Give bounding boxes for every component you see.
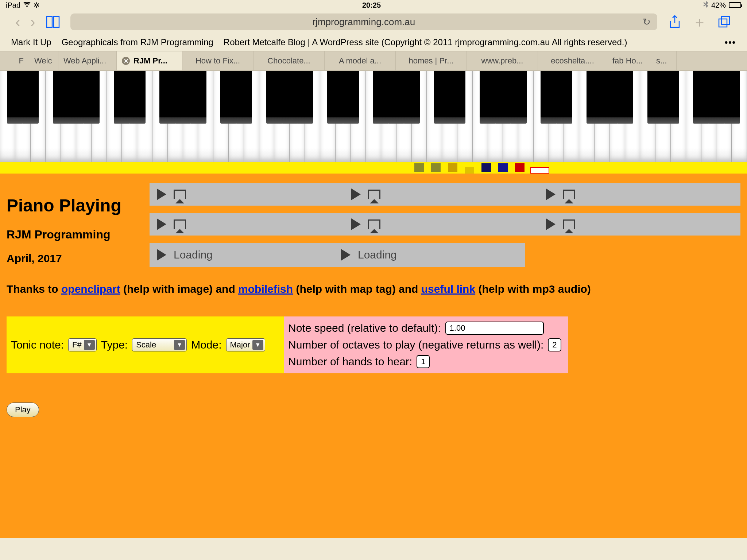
black-key[interactable] [327, 71, 344, 124]
black-key[interactable] [236, 71, 252, 124]
tab[interactable]: Welc [29, 51, 58, 70]
airplay-icon[interactable] [563, 219, 575, 229]
speed-input[interactable]: 1.00 [445, 322, 544, 335]
tab-label[interactable]: A model a... [339, 56, 381, 66]
black-key[interactable] [114, 71, 130, 124]
audio-player[interactable] [546, 188, 733, 200]
play-icon[interactable] [351, 188, 361, 200]
black-key[interactable] [434, 71, 450, 124]
tonic-select[interactable]: F#▼ [68, 338, 97, 351]
black-key[interactable] [129, 71, 146, 124]
black-key[interactable] [647, 71, 664, 124]
tab-label: ecoshelta.... [551, 56, 594, 66]
black-key[interactable] [159, 71, 176, 124]
black-key[interactable] [53, 71, 69, 124]
black-key[interactable] [587, 71, 603, 124]
black-key[interactable] [282, 71, 298, 124]
black-key[interactable] [7, 71, 23, 124]
black-key[interactable] [449, 71, 465, 124]
black-key[interactable] [68, 71, 84, 124]
reload-icon[interactable]: ↻ [643, 16, 651, 28]
black-key[interactable] [724, 71, 740, 124]
marker-strip [0, 162, 747, 174]
play-icon[interactable] [351, 218, 361, 230]
black-key[interactable] [266, 71, 283, 124]
tab[interactable]: fab Ho... [607, 51, 651, 70]
black-key[interactable] [342, 71, 359, 124]
bookmark-item[interactable]: Geographicals from RJM Programming [62, 37, 213, 47]
tabs-overview-icon[interactable] [717, 15, 732, 29]
bookmarks-overflow-icon[interactable]: ••• [725, 37, 736, 47]
share-icon[interactable] [667, 15, 682, 29]
audio-player-loading[interactable]: Loading [157, 249, 334, 261]
black-key[interactable] [190, 71, 206, 124]
black-key[interactable] [662, 71, 679, 124]
url-bar[interactable]: rjmprogramming.com.au ↻ [70, 13, 657, 30]
octaves-input[interactable]: 2 [548, 338, 561, 351]
audio-player[interactable] [351, 188, 538, 200]
tab-active[interactable]: ✕ RJM Pr... [117, 51, 182, 70]
tab-label: s... [656, 56, 667, 66]
play-button[interactable]: Play [7, 402, 39, 417]
airplay-icon[interactable] [174, 219, 186, 229]
audio-player[interactable] [546, 218, 733, 230]
mode-label: Mode: [191, 339, 221, 351]
tab[interactable]: A model a... [325, 51, 396, 70]
bookmark-item[interactable]: Robert Metcalfe Blog | A WordPress site … [224, 37, 627, 47]
tab[interactable]: How to Fix... [182, 51, 253, 70]
audio-player[interactable] [157, 218, 344, 230]
link-useful[interactable]: useful link [421, 283, 475, 295]
tab[interactable]: s... [651, 51, 677, 70]
play-icon[interactable] [157, 218, 166, 230]
tab[interactable]: F [0, 51, 29, 70]
airplay-icon[interactable] [368, 190, 380, 199]
play-icon[interactable] [157, 249, 166, 261]
play-icon[interactable] [546, 218, 556, 230]
airplay-icon[interactable] [368, 219, 380, 229]
audio-player[interactable] [351, 218, 538, 230]
play-icon[interactable] [157, 188, 166, 200]
piano-keyboard[interactable] [0, 71, 747, 162]
forward-button[interactable]: › [30, 14, 35, 30]
black-key[interactable] [388, 71, 405, 124]
loading-label: Loading [358, 249, 397, 261]
close-tab-icon[interactable]: ✕ [122, 57, 130, 65]
black-key[interactable] [297, 71, 313, 124]
bookmarks-icon[interactable] [46, 15, 60, 29]
black-key[interactable] [708, 71, 725, 124]
new-tab-icon[interactable]: ＋ [692, 15, 707, 29]
loading-label: Loading [174, 249, 213, 261]
airplay-icon[interactable] [563, 190, 575, 199]
black-key[interactable] [541, 71, 557, 124]
back-button[interactable]: ‹ [15, 14, 20, 30]
play-icon[interactable] [546, 188, 556, 200]
tab[interactable]: ecoshelta.... [538, 51, 607, 70]
black-key[interactable] [617, 71, 633, 124]
black-key[interactable] [693, 71, 709, 124]
black-key[interactable] [556, 71, 572, 124]
link-mobilefish[interactable]: mobilefish [238, 283, 293, 295]
type-select[interactable]: Scale▼ [132, 338, 187, 351]
tab[interactable]: homes | Pr... [396, 51, 467, 70]
black-key[interactable] [175, 71, 191, 124]
audio-player[interactable] [157, 188, 344, 200]
black-key[interactable] [495, 71, 511, 124]
black-key[interactable] [373, 71, 389, 124]
link-openclipart[interactable]: openclipart [61, 283, 120, 295]
play-icon[interactable] [341, 249, 351, 261]
airplay-icon[interactable] [174, 190, 186, 199]
black-key[interactable] [601, 71, 618, 124]
black-key[interactable] [83, 71, 100, 124]
black-key[interactable] [510, 71, 527, 124]
tab[interactable]: Chocolate... [253, 51, 325, 70]
black-key[interactable] [22, 71, 39, 124]
bookmark-item[interactable]: Mark It Up [11, 37, 51, 47]
black-key[interactable] [480, 71, 496, 124]
black-key[interactable] [403, 71, 420, 124]
mode-select[interactable]: Major▼ [226, 338, 265, 351]
black-key[interactable] [220, 71, 237, 124]
tab[interactable]: Web Appli... [58, 51, 117, 70]
tab[interactable]: www.preb... [467, 51, 538, 70]
audio-player-loading[interactable]: Loading [341, 249, 518, 261]
hands-input[interactable]: 1 [417, 355, 430, 368]
